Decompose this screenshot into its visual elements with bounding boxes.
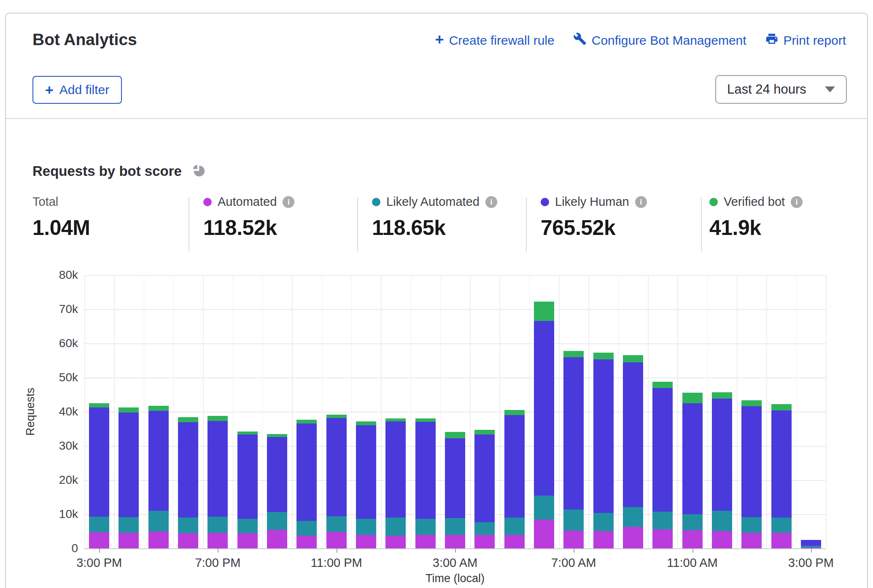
segment-automated [682, 530, 703, 548]
segment-verified-bot [326, 415, 347, 418]
add-filter-button[interactable]: + Add filter [32, 76, 122, 104]
segment-likely-automated [623, 507, 643, 527]
segment-likely-human [415, 422, 436, 518]
x-tick-label: 7:00 PM [195, 556, 240, 570]
x-tick-label: 11:00 AM [667, 556, 717, 570]
segment-likely-human [474, 434, 495, 522]
segment-likely-automated [593, 513, 614, 531]
x-tick-mark [218, 548, 218, 553]
segment-likely-human [741, 406, 762, 517]
info-icon[interactable]: i [283, 196, 294, 208]
bar-1-00-pm[interactable] [741, 400, 762, 548]
segment-automated [593, 531, 614, 548]
segment-automated [356, 535, 376, 548]
bar-12-00-pm[interactable] [712, 392, 732, 548]
info-icon[interactable]: i [791, 196, 803, 208]
segment-verified-bot [119, 407, 139, 413]
y-tick-label: 70k [59, 302, 78, 316]
bar-8-00-am[interactable] [593, 353, 614, 548]
stat-value: 765.52k [541, 216, 647, 240]
header-actions: +Create firewall ruleConfigure Bot Manag… [435, 32, 846, 49]
segment-verified-bot [682, 393, 703, 403]
bar-6-00-pm[interactable] [178, 417, 198, 548]
segment-verified-bot [741, 400, 762, 406]
info-icon[interactable]: i [485, 196, 497, 208]
segment-automated [296, 536, 317, 548]
segment-likely-human [712, 399, 732, 511]
segment-automated [652, 529, 673, 548]
bar-1-00-am[interactable] [385, 418, 406, 548]
bar-4-00-am[interactable] [474, 430, 495, 548]
segment-automated [207, 533, 228, 548]
segment-likely-automated [771, 518, 792, 533]
bar-7-00-am[interactable] [563, 351, 584, 548]
segment-verified-bot [148, 406, 169, 411]
segment-verified-bot [237, 432, 258, 434]
legend-dot [541, 198, 549, 206]
segment-verified-bot [445, 432, 465, 438]
segment-likely-automated [296, 521, 317, 536]
bar-3-00-pm[interactable] [89, 403, 109, 548]
segment-likely-automated [148, 511, 169, 531]
bar-4-00-pm[interactable] [119, 407, 139, 548]
segment-automated [712, 531, 732, 548]
x-axis-title: Time (local) [426, 572, 485, 585]
bar-7-00-pm[interactable] [207, 416, 228, 548]
x-tick-mark [811, 548, 812, 553]
header-action-print-report[interactable]: Print report [765, 32, 846, 49]
y-tick-label: 50k [59, 371, 78, 384]
stat-value: 41.9k [709, 216, 803, 240]
legend-dot [203, 198, 212, 206]
bar-6-00-am[interactable] [534, 302, 554, 548]
bar-9-00-pm[interactable] [267, 434, 287, 548]
bar-3-00-am[interactable] [445, 432, 465, 548]
x-tick-mark [337, 548, 337, 553]
plus-icon: + [45, 82, 54, 98]
bar-10-00-am[interactable] [652, 382, 673, 548]
info-icon[interactable]: i [635, 196, 647, 208]
segment-likely-human [682, 403, 703, 514]
bar-5-00-am[interactable] [504, 410, 525, 548]
segment-verified-bot [771, 404, 792, 410]
bar-2-00-am[interactable] [415, 418, 436, 548]
pie-chart-icon [190, 162, 207, 181]
header-action-configure-bot-management[interactable]: Configure Bot Management [573, 32, 746, 49]
segment-likely-human [534, 321, 554, 496]
segment-likely-human [207, 421, 228, 517]
time-range-dropdown[interactable]: Last 24 hours [715, 75, 847, 104]
segment-automated [326, 532, 347, 548]
bar-3-00-pm[interactable] [801, 540, 821, 548]
y-tick-label: 0 [71, 542, 78, 555]
segment-automated [415, 535, 436, 548]
segment-verified-bot [415, 418, 436, 422]
bar-5-00-pm[interactable] [148, 406, 169, 548]
header-action-create-firewall-rule[interactable]: +Create firewall rule [435, 33, 555, 48]
bar-10-00-pm[interactable] [296, 420, 317, 548]
bar-9-00-am[interactable] [623, 355, 643, 548]
segment-verified-bot [623, 355, 643, 362]
bar-11-00-am[interactable] [682, 393, 703, 548]
x-tick-mark [455, 548, 456, 553]
stat-value: 118.52k [203, 216, 294, 240]
y-tick-label: 30k [59, 439, 78, 453]
segment-verified-bot [89, 403, 109, 407]
bot-analytics-page: Bot Analytics +Create firewall ruleConfi… [0, 0, 873, 588]
segment-automated [237, 533, 258, 548]
segment-likely-human [296, 423, 317, 521]
header-divider [6, 118, 867, 119]
x-tick-label: 11:00 PM [311, 556, 362, 570]
stat-label: Likely Human [555, 195, 629, 209]
horizontal-gridline [84, 378, 826, 378]
bar-12-00-am[interactable] [356, 421, 376, 548]
bar-2-00-pm[interactable] [771, 404, 792, 548]
y-tick-label: 10k [59, 507, 78, 521]
segment-likely-human [652, 388, 673, 512]
segment-likely-human [385, 421, 406, 518]
bar-8-00-pm[interactable] [237, 432, 258, 548]
segment-likely-automated [207, 517, 228, 533]
header-action-label: Create firewall rule [449, 33, 555, 48]
stat-automated: Automatedi118.52k [203, 195, 294, 240]
bar-11-00-pm[interactable] [326, 415, 347, 548]
segment-automated [148, 531, 169, 549]
x-tick-mark [99, 548, 100, 553]
